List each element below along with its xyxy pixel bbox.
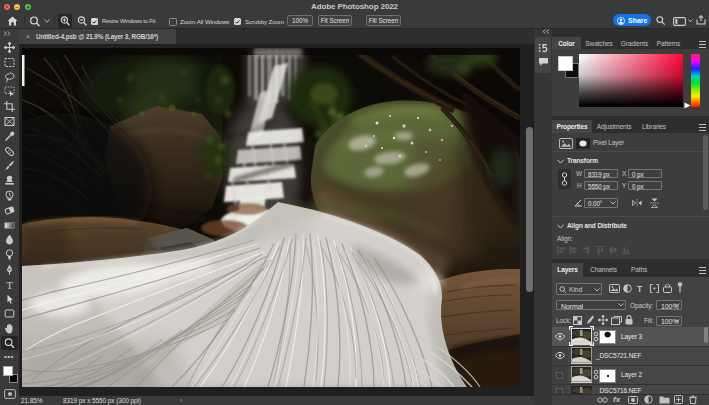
svg-text:T: T	[6, 279, 13, 290]
